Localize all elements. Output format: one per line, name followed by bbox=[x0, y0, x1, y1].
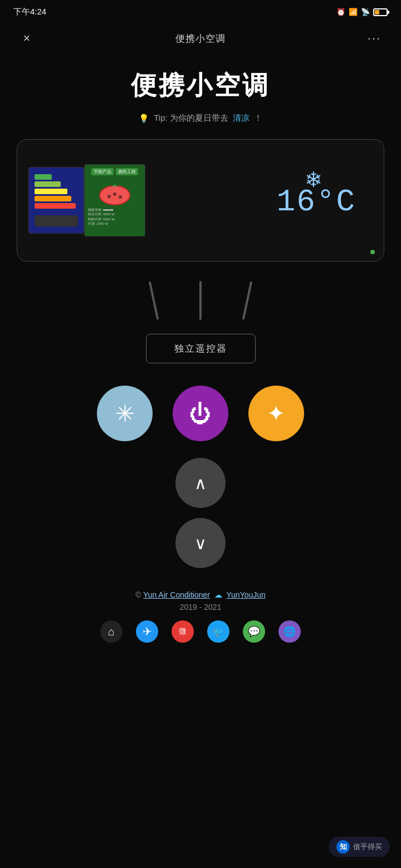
independent-remote-button[interactable]: 独立遥控器 bbox=[146, 334, 256, 363]
ac-display-panel: 节能产品 惠民工程 能效等级: ■■■■■ 制冷功率: 8000 W 制热功率:… bbox=[17, 139, 384, 262]
label2-text: 能效等级: ■■■■■ 制冷功率: 8000 W 制热功率: 8000 W 空调… bbox=[88, 208, 141, 226]
status-time: 下午4:24 bbox=[13, 7, 46, 17]
label2-badge1: 节能产品 bbox=[91, 168, 114, 175]
energy-bar-3 bbox=[35, 189, 67, 194]
nav-title: 便携小空调 bbox=[175, 32, 226, 45]
social-icon-wechat[interactable]: 💬 bbox=[243, 620, 265, 643]
tip-icon: 💡 bbox=[139, 114, 149, 124]
svg-point-3 bbox=[113, 193, 116, 196]
social-icon-home[interactable]: ⌂ bbox=[100, 620, 123, 643]
svg-point-4 bbox=[119, 195, 122, 199]
signal-icon: 📶 bbox=[349, 8, 358, 16]
temperature-display: 16°C bbox=[277, 184, 356, 220]
tip-prefix: Tip: 为你的夏日带去 bbox=[154, 113, 228, 124]
status-icons: ⏰ 📶 📡 bbox=[336, 8, 388, 16]
yunyoujun-link[interactable]: YunYouJun bbox=[227, 590, 266, 599]
tip-suffix: ！ bbox=[254, 113, 262, 124]
heat-icon: ✦ bbox=[267, 401, 286, 426]
power-icon: ⏻ bbox=[189, 401, 212, 426]
wifi-icon: 📡 bbox=[361, 8, 370, 16]
energy-bars bbox=[35, 174, 78, 209]
watermelon-image bbox=[98, 179, 131, 206]
top-nav: × 便携小空调 ··· bbox=[0, 22, 401, 55]
slash-center bbox=[199, 281, 202, 320]
svg-point-2 bbox=[107, 195, 111, 198]
page-title: 便携小空调 bbox=[0, 68, 401, 103]
tip-row: 💡 Tip: 为你的夏日带去清凉！ bbox=[0, 113, 401, 124]
more-button[interactable]: ··· bbox=[363, 27, 385, 50]
slash-right bbox=[242, 281, 252, 319]
energy-label-1 bbox=[28, 167, 84, 234]
cool-icon: ✳ bbox=[115, 400, 135, 427]
footer: © Yun Air Conditioner ☁ YunYouJun 2019 -… bbox=[0, 590, 401, 654]
cloud-icon: ☁ bbox=[214, 590, 222, 599]
battery-icon bbox=[373, 8, 388, 16]
status-bar: 下午4:24 ⏰ 📶 📡 bbox=[0, 0, 401, 22]
footer-copyright: © Yun Air Conditioner ☁ YunYouJun bbox=[0, 590, 401, 599]
social-icon-twitter[interactable]: 🐦 bbox=[207, 620, 229, 643]
zhihu-icon: 知 bbox=[336, 840, 350, 854]
yun-air-conditioner-link[interactable]: Yun Air Conditioner bbox=[143, 590, 210, 599]
energy-bottom bbox=[35, 215, 78, 226]
energy-bar-2 bbox=[35, 181, 61, 187]
decoration-slashes bbox=[0, 278, 401, 323]
energy-bar-1 bbox=[35, 174, 52, 180]
zhihu-label: 值乎得买 bbox=[353, 842, 382, 852]
social-icon-globe[interactable]: 🌐 bbox=[278, 620, 301, 643]
energy-label-2: 节能产品 惠民工程 能效等级: ■■■■■ 制冷功率: 8000 W 制热功率:… bbox=[84, 164, 145, 236]
status-dot bbox=[370, 250, 375, 254]
label2-badge2: 惠民工程 bbox=[116, 168, 138, 175]
social-icon-telegram[interactable]: ✈ bbox=[136, 620, 158, 643]
chevron-up-icon: ∧ bbox=[194, 474, 207, 493]
controls-row: ✳ ⏻ ✦ bbox=[0, 386, 401, 441]
chevron-down-icon: ∨ bbox=[194, 534, 207, 553]
power-button[interactable]: ⏻ bbox=[173, 386, 228, 441]
social-icon-weibo[interactable]: 微 bbox=[172, 620, 194, 643]
cool-button[interactable]: ✳ bbox=[97, 386, 153, 441]
up-down-controls: ∧ ∨ bbox=[0, 458, 401, 568]
tip-highlight: 清凉 bbox=[233, 113, 250, 124]
copyright-prefix: © bbox=[135, 590, 143, 599]
heat-button[interactable]: ✦ bbox=[248, 386, 304, 441]
label2-header: 节能产品 惠民工程 bbox=[91, 168, 138, 175]
social-row: ⌂ ✈ 微 🐦 💬 🌐 bbox=[0, 620, 401, 643]
temp-up-button[interactable]: ∧ bbox=[175, 458, 226, 508]
alarm-icon: ⏰ bbox=[336, 8, 345, 16]
close-button[interactable]: × bbox=[16, 27, 38, 50]
slash-left bbox=[149, 281, 159, 319]
remote-button-wrap: 独立遥控器 bbox=[0, 334, 401, 363]
zhihu-badge[interactable]: 知 值乎得买 bbox=[329, 837, 390, 857]
footer-year: 2019 - 2021 bbox=[0, 603, 401, 611]
energy-bar-4 bbox=[35, 196, 72, 201]
temp-down-button[interactable]: ∨ bbox=[175, 518, 226, 568]
energy-bar-5 bbox=[35, 203, 76, 209]
